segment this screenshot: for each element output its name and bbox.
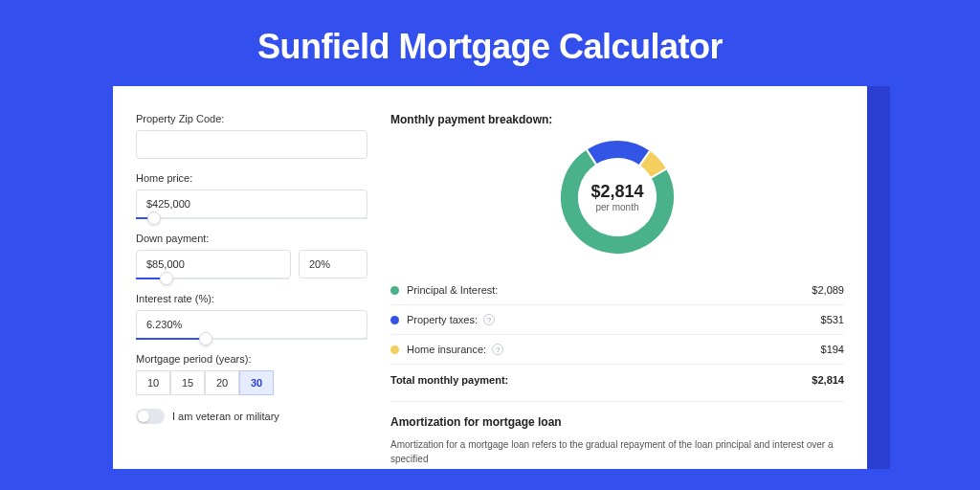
- period-option-10[interactable]: 10: [136, 370, 170, 395]
- donut-wrap: $2,814 per month: [390, 136, 844, 258]
- period-field: Mortgage period (years): 10152030: [136, 353, 368, 395]
- veteran-row: I am veteran or military: [136, 409, 368, 424]
- rate-slider-thumb[interactable]: [199, 332, 212, 345]
- down-field: Down payment:: [136, 233, 368, 279]
- zip-field: Property Zip Code:: [136, 113, 368, 159]
- rate-input[interactable]: [136, 310, 368, 339]
- period-option-15[interactable]: 15: [170, 370, 205, 395]
- period-option-30[interactable]: 30: [239, 370, 274, 395]
- results-column: Monthly payment breakdown: $2,814 per mo…: [390, 113, 844, 469]
- price-label: Home price:: [136, 172, 368, 184]
- legend-dot: [390, 286, 399, 295]
- legend-label: Home insurance:: [407, 344, 486, 355]
- price-input[interactable]: [136, 189, 368, 218]
- hero: Sunfield Mortgage Calculator: [0, 0, 980, 86]
- legend-label: Principal & Interest:: [407, 284, 498, 296]
- legend: Principal & Interest:$2,089Property taxe…: [390, 276, 844, 365]
- rate-slider-fill: [136, 338, 206, 340]
- calculator-panel-wrap: Property Zip Code: Home price: Down paym…: [113, 86, 867, 469]
- zip-label: Property Zip Code:: [136, 113, 368, 124]
- legend-dot: [390, 316, 399, 324]
- inputs-column: Property Zip Code: Home price: Down paym…: [136, 113, 368, 469]
- down-amount-input[interactable]: [136, 250, 291, 278]
- amortization-section: Amortization for mortgage loan Amortizat…: [390, 401, 844, 466]
- legend-value: $194: [821, 344, 844, 355]
- rate-label: Interest rate (%):: [136, 293, 368, 304]
- price-slider[interactable]: [136, 217, 368, 219]
- legend-row-2: Home insurance:?$194: [390, 335, 844, 365]
- legend-row-1: Property taxes:?$531: [390, 305, 844, 335]
- price-slider-thumb[interactable]: [147, 212, 161, 225]
- down-percent-input[interactable]: [299, 250, 368, 278]
- rate-slider[interactable]: [136, 338, 368, 340]
- breakdown-title: Monthly payment breakdown:: [390, 113, 844, 126]
- legend-value: $531: [821, 314, 844, 325]
- donut-center: $2,814 per month: [556, 136, 679, 258]
- amortization-body: Amortization for a mortgage loan refers …: [390, 438, 844, 466]
- legend-label: Property taxes:: [407, 314, 478, 325]
- down-label: Down payment:: [136, 233, 368, 244]
- total-label: Total monthly payment:: [390, 374, 508, 386]
- down-slider-thumb[interactable]: [160, 272, 173, 285]
- info-icon[interactable]: ?: [483, 314, 495, 325]
- period-label: Mortgage period (years):: [136, 353, 368, 365]
- price-field: Home price:: [136, 172, 368, 219]
- donut-center-sub: per month: [595, 202, 638, 212]
- legend-value: $2,089: [812, 284, 844, 296]
- rate-field: Interest rate (%):: [136, 293, 368, 340]
- calculator-panel: Property Zip Code: Home price: Down paym…: [113, 86, 867, 469]
- legend-dot: [390, 345, 399, 354]
- veteran-label: I am veteran or military: [172, 411, 279, 422]
- amortization-title: Amortization for mortgage loan: [390, 415, 844, 429]
- donut-center-amount: $2,814: [590, 182, 643, 202]
- total-row: Total monthly payment: $2,814: [390, 365, 844, 397]
- donut-chart: $2,814 per month: [556, 136, 679, 258]
- veteran-toggle[interactable]: [136, 409, 165, 424]
- page-title: Sunfield Mortgage Calculator: [0, 27, 980, 67]
- info-icon[interactable]: ?: [492, 344, 503, 355]
- legend-row-0: Principal & Interest:$2,089: [390, 276, 844, 305]
- period-segmented: 10152030: [136, 370, 368, 395]
- down-slider[interactable]: [136, 278, 289, 279]
- period-option-20[interactable]: 20: [205, 370, 239, 395]
- total-value: $2,814: [812, 374, 844, 386]
- panel-shadow: [867, 86, 890, 469]
- zip-input[interactable]: [136, 130, 368, 159]
